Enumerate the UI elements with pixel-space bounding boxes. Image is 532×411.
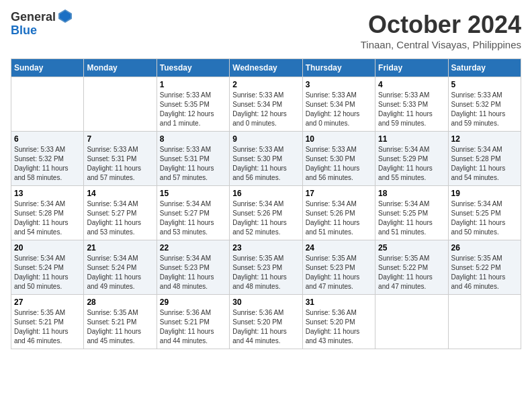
day-cell: 5 Sunrise: 5:33 AM Sunset: 5:32 PM Dayli…: [448, 77, 521, 132]
day-daylight: Daylight: 11 hours and 47 minutes.: [378, 273, 445, 291]
day-sunset: Sunset: 5:24 PM: [14, 263, 81, 273]
day-cell: 7 Sunrise: 5:33 AM Sunset: 5:31 PM Dayli…: [84, 132, 157, 186]
day-cell: 25 Sunrise: 5:35 AM Sunset: 5:22 PM Dayl…: [375, 240, 448, 295]
day-sunset: Sunset: 5:32 PM: [14, 154, 81, 164]
day-daylight: Daylight: 11 hours and 46 minutes.: [451, 273, 518, 291]
day-cell: 14 Sunrise: 5:34 AM Sunset: 5:27 PM Dayl…: [84, 186, 157, 240]
day-cell: 9 Sunrise: 5:33 AM Sunset: 5:30 PM Dayli…: [230, 132, 302, 186]
day-sunset: Sunset: 5:23 PM: [306, 263, 372, 273]
day-cell: 12 Sunrise: 5:34 AM Sunset: 5:28 PM Dayl…: [448, 132, 521, 186]
day-cell: 29 Sunrise: 5:36 AM Sunset: 5:21 PM Dayl…: [157, 295, 229, 349]
day-sunset: Sunset: 5:31 PM: [87, 154, 153, 164]
day-number: 10: [306, 134, 372, 144]
day-cell: [84, 77, 157, 132]
col-wednesday: Wednesday: [230, 59, 302, 77]
day-sunrise: Sunrise: 5:35 AM: [232, 254, 299, 263]
day-sunset: Sunset: 5:30 PM: [232, 154, 299, 164]
day-sunset: Sunset: 5:28 PM: [14, 209, 81, 218]
day-sunset: Sunset: 5:22 PM: [378, 263, 445, 273]
day-sunset: Sunset: 5:20 PM: [306, 318, 372, 327]
day-number: 16: [232, 189, 299, 198]
day-sunrise: Sunrise: 5:36 AM: [160, 308, 226, 318]
day-cell: 10 Sunrise: 5:33 AM Sunset: 5:30 PM Dayl…: [302, 132, 375, 186]
day-daylight: Daylight: 11 hours and 55 minutes.: [378, 164, 445, 183]
day-sunset: Sunset: 5:20 PM: [232, 318, 299, 327]
day-number: 18: [378, 189, 445, 198]
day-daylight: Daylight: 11 hours and 54 minutes.: [451, 164, 518, 183]
day-sunrise: Sunrise: 5:34 AM: [160, 199, 226, 209]
title-section: October 2024 Tinaan, Central Visayas, Ph…: [361, 11, 521, 50]
week-row-5: 27 Sunrise: 5:35 AM Sunset: 5:21 PM Dayl…: [11, 295, 521, 349]
day-daylight: Daylight: 11 hours and 58 minutes.: [14, 164, 81, 183]
day-sunrise: Sunrise: 5:35 AM: [378, 254, 445, 263]
calendar-table: Sunday Monday Tuesday Wednesday Thursday…: [11, 58, 521, 349]
day-daylight: Daylight: 11 hours and 51 minutes.: [306, 218, 372, 237]
logo: General Blue: [11, 11, 73, 38]
day-sunset: Sunset: 5:30 PM: [306, 154, 372, 164]
day-daylight: Daylight: 11 hours and 57 minutes.: [160, 164, 226, 183]
day-cell: 30 Sunrise: 5:36 AM Sunset: 5:20 PM Dayl…: [230, 295, 302, 349]
day-sunrise: Sunrise: 5:34 AM: [306, 199, 372, 209]
day-sunset: Sunset: 5:28 PM: [451, 154, 518, 164]
month-title: October 2024: [361, 11, 521, 39]
day-cell: 22 Sunrise: 5:34 AM Sunset: 5:23 PM Dayl…: [157, 240, 229, 295]
logo-general-text: General: [11, 11, 56, 24]
day-cell: 4 Sunrise: 5:33 AM Sunset: 5:33 PM Dayli…: [375, 77, 448, 132]
day-number: 25: [378, 243, 445, 253]
day-sunrise: Sunrise: 5:34 AM: [451, 199, 518, 209]
day-sunset: Sunset: 5:23 PM: [160, 263, 226, 273]
day-sunrise: Sunrise: 5:33 AM: [14, 145, 81, 154]
day-number: 22: [160, 243, 226, 253]
day-number: 6: [14, 134, 81, 144]
day-cell: 24 Sunrise: 5:35 AM Sunset: 5:23 PM Dayl…: [302, 240, 375, 295]
day-number: 19: [451, 189, 518, 198]
day-sunset: Sunset: 5:21 PM: [87, 318, 153, 327]
day-sunrise: Sunrise: 5:33 AM: [232, 91, 299, 100]
week-row-2: 6 Sunrise: 5:33 AM Sunset: 5:32 PM Dayli…: [11, 132, 521, 186]
day-sunrise: Sunrise: 5:33 AM: [306, 145, 372, 154]
day-number: 17: [306, 189, 372, 198]
day-number: 15: [160, 189, 226, 198]
day-cell: [375, 295, 448, 349]
day-cell: 17 Sunrise: 5:34 AM Sunset: 5:26 PM Dayl…: [302, 186, 375, 240]
week-row-3: 13 Sunrise: 5:34 AM Sunset: 5:28 PM Dayl…: [11, 186, 521, 240]
day-number: 27: [14, 298, 81, 307]
day-cell: [448, 295, 521, 349]
day-number: 21: [87, 243, 153, 253]
day-daylight: Daylight: 11 hours and 51 minutes.: [378, 218, 445, 237]
day-number: 30: [232, 298, 299, 307]
day-sunset: Sunset: 5:32 PM: [451, 100, 518, 109]
day-number: 4: [378, 80, 445, 89]
day-cell: 21 Sunrise: 5:34 AM Sunset: 5:24 PM Dayl…: [84, 240, 157, 295]
logo-blue-text: Blue: [11, 24, 73, 38]
day-sunrise: Sunrise: 5:33 AM: [232, 145, 299, 154]
col-tuesday: Tuesday: [157, 59, 229, 77]
day-sunset: Sunset: 5:29 PM: [378, 154, 445, 164]
day-sunset: Sunset: 5:34 PM: [306, 100, 372, 109]
day-sunset: Sunset: 5:26 PM: [306, 209, 372, 218]
day-number: 31: [306, 298, 372, 307]
day-daylight: Daylight: 12 hours and 0 minutes.: [306, 109, 372, 128]
day-number: 11: [378, 134, 445, 144]
day-cell: 18 Sunrise: 5:34 AM Sunset: 5:25 PM Dayl…: [375, 186, 448, 240]
day-cell: 31 Sunrise: 5:36 AM Sunset: 5:20 PM Dayl…: [302, 295, 375, 349]
day-sunrise: Sunrise: 5:33 AM: [306, 91, 372, 100]
day-sunrise: Sunrise: 5:34 AM: [87, 199, 153, 209]
day-cell: 1 Sunrise: 5:33 AM Sunset: 5:35 PM Dayli…: [157, 77, 229, 132]
day-sunset: Sunset: 5:27 PM: [160, 209, 226, 218]
day-sunrise: Sunrise: 5:34 AM: [378, 199, 445, 209]
day-daylight: Daylight: 11 hours and 52 minutes.: [232, 218, 299, 237]
day-number: 12: [451, 134, 518, 144]
day-daylight: Daylight: 11 hours and 54 minutes.: [14, 218, 81, 237]
day-daylight: Daylight: 11 hours and 59 minutes.: [451, 109, 518, 128]
day-cell: 19 Sunrise: 5:34 AM Sunset: 5:25 PM Dayl…: [448, 186, 521, 240]
col-monday: Monday: [84, 59, 157, 77]
day-daylight: Daylight: 11 hours and 53 minutes.: [160, 218, 226, 237]
day-sunset: Sunset: 5:21 PM: [160, 318, 226, 327]
day-cell: 23 Sunrise: 5:35 AM Sunset: 5:23 PM Dayl…: [230, 240, 302, 295]
day-cell: 13 Sunrise: 5:34 AM Sunset: 5:28 PM Dayl…: [11, 186, 84, 240]
day-sunset: Sunset: 5:25 PM: [451, 209, 518, 218]
day-daylight: Daylight: 11 hours and 56 minutes.: [232, 164, 299, 183]
day-daylight: Daylight: 11 hours and 59 minutes.: [378, 109, 445, 128]
day-daylight: Daylight: 11 hours and 53 minutes.: [87, 218, 153, 237]
